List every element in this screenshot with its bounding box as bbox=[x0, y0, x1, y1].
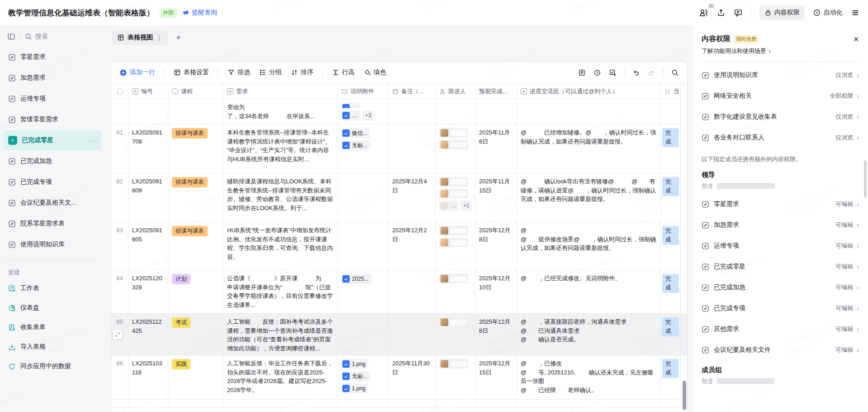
follower-chip[interactable] bbox=[439, 317, 468, 327]
course-tag[interactable]: 实践 bbox=[172, 359, 190, 369]
fill-color-button[interactable]: 填色 bbox=[364, 68, 386, 77]
attachment-chip[interactable]: 1.png bbox=[342, 359, 368, 369]
follower-chip[interactable]: … bbox=[439, 201, 458, 211]
attachment-chip[interactable]: 微信... bbox=[342, 128, 370, 138]
follower-chip[interactable] bbox=[439, 189, 468, 198]
group-button[interactable]: 分组 bbox=[259, 68, 282, 77]
course-tag[interactable]: 排课与课表 bbox=[172, 177, 208, 187]
status-badge[interactable]: 完成 bbox=[662, 317, 679, 336]
column-header-due[interactable]: 预期完成... bbox=[475, 84, 517, 99]
menu-button[interactable] bbox=[851, 8, 860, 17]
paste-format-button[interactable] bbox=[578, 69, 586, 77]
column-header-course[interactable]: ⌄课程 bbox=[168, 84, 223, 99]
attachment-chip[interactable]: 1.png bbox=[342, 383, 368, 393]
create-item[interactable]: 收集表单 bbox=[4, 318, 102, 337]
cell-rownum[interactable]: 82 bbox=[111, 173, 128, 222]
status-badge[interactable]: 完成 bbox=[662, 274, 679, 293]
remind-review-button[interactable]: 提醒查阅 bbox=[182, 9, 217, 17]
sidebar-collapse-button[interactable] bbox=[7, 33, 15, 41]
status-badge[interactable]: 完成 bbox=[662, 226, 679, 245]
course-tag[interactable]: 排课与课表 bbox=[172, 128, 208, 139]
status-badge[interactable]: 完成 bbox=[662, 177, 679, 196]
sidebar-item[interactable]: 使用说明知识库 bbox=[4, 235, 102, 254]
follower-more-count[interactable]: +1 bbox=[460, 201, 472, 211]
table-search-button[interactable] bbox=[671, 69, 679, 77]
table-row[interactable]: 81LX2025091708排课与课表本科生教务管理系统--排课管理--本科生课… bbox=[111, 125, 687, 173]
follower-chip[interactable] bbox=[439, 226, 468, 235]
undo-button[interactable] bbox=[632, 69, 640, 77]
column-header-progress[interactable]: A进度交流区（可以通过@到个人） bbox=[517, 84, 661, 99]
permission-item[interactable]: 已完成加急可编辑› bbox=[702, 277, 859, 298]
sidebar-item[interactable]: 会议纪要及相关文... bbox=[4, 193, 102, 213]
course-tag[interactable]: 计划 bbox=[172, 274, 190, 284]
comment-button[interactable] bbox=[734, 8, 743, 17]
permission-item[interactable]: 使用说明知识库仅浏览› bbox=[702, 65, 859, 86]
column-header-need[interactable]: A需求 bbox=[223, 84, 338, 99]
share-button[interactable] bbox=[716, 8, 726, 17]
row-height-button[interactable]: 行高 bbox=[332, 68, 355, 77]
attachment-chip[interactable]: … bbox=[342, 103, 360, 108]
status-badge[interactable]: 完成 bbox=[662, 128, 679, 147]
more-horizontal-icon[interactable]: ··· bbox=[90, 137, 97, 144]
filter-button[interactable]: 筛选 bbox=[228, 68, 250, 77]
cell-rownum[interactable] bbox=[111, 99, 128, 125]
close-panel-button[interactable]: ✕ bbox=[853, 35, 859, 43]
create-item[interactable]: 仪表盘 bbox=[4, 298, 102, 317]
column-header-attach[interactable]: 说明附件 bbox=[338, 84, 389, 99]
panel-help-link[interactable]: 了解功能用法和使用场景 › bbox=[702, 47, 859, 55]
follower-chip[interactable] bbox=[439, 238, 468, 247]
sidebar-item[interactable]: 已完成零星··· bbox=[4, 130, 102, 150]
permission-item[interactable]: 零星需求可编辑› bbox=[702, 194, 859, 215]
tab-more-icon[interactable]: ⋮ bbox=[156, 34, 162, 41]
table-row[interactable]: 82LX2025091809排课与课表辅助排课及课程信息与LOOK系统、本科生教… bbox=[111, 173, 687, 222]
history-button[interactable] bbox=[593, 69, 601, 77]
sort-button[interactable]: 排序 bbox=[291, 68, 313, 77]
column-header-note[interactable]: 备注（... bbox=[389, 84, 436, 99]
permission-item[interactable]: 其他需求可编辑› bbox=[702, 319, 859, 340]
permission-item[interactable]: 网络安全相关全部权限› bbox=[702, 86, 859, 106]
sidebar-item[interactable]: 已完成专项 bbox=[4, 172, 102, 192]
table-row[interactable] bbox=[111, 400, 687, 408]
create-form-button[interactable] bbox=[609, 69, 617, 77]
column-header-follower[interactable]: 跟进人 bbox=[436, 84, 475, 99]
cell-rownum[interactable]: 86 bbox=[111, 355, 128, 400]
attachment-more-count[interactable]: +3 bbox=[362, 110, 374, 120]
cell-rownum[interactable] bbox=[111, 400, 128, 408]
sidebar-item[interactable]: 加急需求 bbox=[4, 68, 102, 88]
table-row[interactable]: 84LX2025120328计划公选课《 》原开课 为 申请调整开课单位为“ 院… bbox=[111, 270, 687, 314]
status-badge[interactable]: 完成 bbox=[662, 359, 679, 378]
search-button[interactable]: 搜索 bbox=[25, 33, 48, 41]
course-tag[interactable]: 排课与课表 bbox=[172, 226, 208, 236]
tab-table-view[interactable]: 表格视图 ⋮ bbox=[112, 30, 168, 45]
add-view-button[interactable]: + bbox=[172, 33, 185, 43]
redo-button[interactable] bbox=[648, 69, 655, 77]
permission-item[interactable]: 已完成专项可编辑› bbox=[702, 298, 859, 319]
permission-item[interactable]: 加急需求可编辑› bbox=[702, 215, 859, 235]
permission-item[interactable]: 会议纪要及相关文件可编辑› bbox=[702, 340, 859, 360]
cell-rownum[interactable]: 83 bbox=[111, 222, 128, 270]
table-row[interactable]: 83LX2025091605排课与课表HUB系统“统一发布课表”中增加发布统计比… bbox=[111, 222, 687, 270]
automation-button[interactable]: 自动化 bbox=[813, 9, 843, 17]
sidebar-item[interactable]: 运维专项 bbox=[4, 89, 102, 109]
table-settings-button[interactable]: 表格设置 bbox=[174, 68, 209, 77]
sidebar-item[interactable]: 已完成加急 bbox=[4, 151, 102, 171]
sidebar-item[interactable]: 院系零星需求表 bbox=[4, 214, 102, 234]
collaborators-button[interactable]: 36 bbox=[699, 8, 708, 18]
column-header-id[interactable]: A编号 bbox=[128, 84, 168, 99]
sidebar-item[interactable]: 零星需求 bbox=[4, 47, 102, 67]
cell-rownum[interactable]: 84 bbox=[111, 270, 128, 314]
sidebar-item[interactable]: 暂缓零星需求 bbox=[4, 110, 102, 129]
follower-chip[interactable] bbox=[439, 128, 468, 138]
table-row[interactable]: 85LX2025112425考试人工智能 反馈：因补考考试涉及多个课程，需要增加… bbox=[111, 314, 687, 355]
permission-item[interactable]: 运维专项可编辑› bbox=[702, 235, 859, 256]
create-item[interactable]: 导入表格 bbox=[4, 337, 102, 356]
attachment-chip[interactable]: 2025... bbox=[342, 274, 371, 284]
permission-item[interactable]: 各业务对口联系人仅浏览› bbox=[702, 127, 859, 148]
attachment-chip[interactable]: 无标... bbox=[342, 371, 370, 381]
create-item[interactable]: 工作表 bbox=[4, 279, 102, 298]
attachment-chip[interactable]: … bbox=[342, 110, 360, 120]
select-all-checkbox[interactable] bbox=[117, 89, 123, 94]
scrollbar-thumb[interactable] bbox=[683, 381, 686, 410]
content-permission-button[interactable]: 内容权限 bbox=[759, 5, 805, 20]
table-row[interactable]: 变动为 了，这34名老师 在毕设系...……+3 bbox=[111, 99, 687, 125]
